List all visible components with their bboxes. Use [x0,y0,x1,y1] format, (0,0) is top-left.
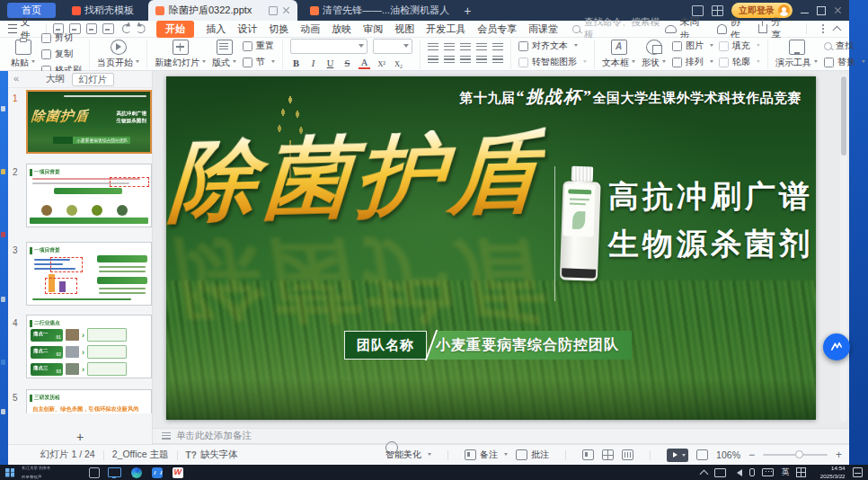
slide-thumbnail-3[interactable]: 一项目背景 [26,242,152,306]
bullet-list-icon[interactable] [428,43,438,52]
paste-button[interactable]: 粘贴 [11,40,35,69]
decrease-indent-icon[interactable] [460,43,471,52]
close-tab-icon[interactable] [282,6,290,14]
menu-tab-slideshow[interactable]: 放映 [332,22,351,36]
new-tab-button[interactable]: + [464,4,471,18]
slideshow-play-button[interactable] [667,449,688,462]
volume-icon[interactable] [733,469,742,476]
preview-icon[interactable] [102,23,114,34]
numbered-list-icon[interactable] [444,43,455,52]
microphone-icon[interactable] [749,468,755,476]
zoom-slider[interactable] [763,454,828,456]
theme-name[interactable]: 2_Office 主题 [112,449,169,461]
replace-button[interactable]: 替换 [824,56,865,68]
slide-thumbnail-5[interactable]: 三研发历程 自主创新、绿色杀菌，引领环保农业新风尚 159 217倍 1459倍 [26,389,152,413]
textbox-button[interactable]: 文本框 [602,40,635,69]
fill-button[interactable]: 填充 [719,40,760,52]
font-size-combo[interactable] [373,39,412,54]
menu-tab-transitions[interactable]: 切换 [269,22,288,36]
menu-tab-animation[interactable]: 动画 [300,22,320,36]
slide-thumbnail-2[interactable]: 一项目背景 [26,164,152,227]
play-current-button[interactable]: 当页开始 [97,40,139,69]
reading-view-icon[interactable] [622,449,633,460]
line-spacing-icon[interactable] [492,43,503,52]
wps-app-icon[interactable] [173,467,183,478]
underline-button[interactable]: U [324,58,336,68]
reset-button[interactable]: 重置 [243,40,275,52]
subscript-button[interactable]: X₂ [393,59,404,68]
slide-thumbnail-1[interactable]: 除菌护盾 高抗冲刷广谱生物源杀菌剂 小麦重要病害综合防控团队 [26,90,152,154]
layout-button[interactable]: 版式 [212,40,236,69]
minimize-button[interactable] [801,13,809,13]
copy-button[interactable]: 复制 [41,48,82,60]
menu-tab-home[interactable]: 开始 [156,21,194,38]
blue-app-icon[interactable] [152,467,163,478]
distribute-icon[interactable] [492,56,503,65]
slide-editor[interactable]: 除菌护盾 第十九届“挑战杯”全国大学生课外学术科技作品竞赛 除菌护盾 [166,76,816,420]
presentation-tools-button[interactable]: 演示工具 [775,40,818,69]
product-bottle-image[interactable] [558,165,604,284]
task-view-button[interactable] [89,467,100,478]
font-color-button[interactable]: A [359,58,370,69]
hidden-icons-chevron[interactable] [700,469,709,478]
increase-indent-icon[interactable] [476,43,487,52]
smart-beautify-button[interactable]: 智能美化 [385,449,431,461]
menu-tab-review[interactable]: 审阅 [363,22,383,36]
print-icon[interactable] [86,23,98,34]
vertical-scrollbar[interactable] [840,75,847,422]
slide-sorter-view-icon[interactable] [602,449,614,460]
notes-bar[interactable]: 单击此处添加备注 [153,428,849,444]
ime-language-indicator[interactable]: 英 [781,467,789,478]
section-button[interactable]: 节 [243,56,275,68]
menu-tab-design[interactable]: 设计 [237,22,257,36]
bold-button[interactable]: B [290,58,302,68]
cut-button[interactable]: 剪切 [41,31,82,44]
zoom-out-button[interactable]: − [748,449,755,461]
taskbar-clock[interactable]: 14:54 2025/3/22 [813,465,846,480]
close-window-button[interactable] [834,6,842,14]
slide-subtitle[interactable]: 高抗冲刷广谱 生物源杀菌剂 [608,173,813,268]
redo-icon[interactable] [137,24,146,33]
menu-tab-member[interactable]: 会员专享 [477,22,517,36]
tab-slides[interactable]: 幻灯片 [72,73,115,86]
justify-icon[interactable] [476,56,487,65]
team-banner[interactable]: 团队名称 小麦重要病害综合防控团队 [344,331,632,360]
apps-grid-icon[interactable] [712,5,723,16]
align-center-icon[interactable] [444,56,455,65]
assistant-button[interactable] [823,333,850,360]
slide-main-title[interactable]: 除菌护盾 [167,128,547,226]
pin-tab-icon[interactable] [269,6,278,15]
fit-to-window-icon[interactable] [696,449,708,460]
tab-document-other[interactable]: 清管先锋——...油检测机器人 [305,3,455,18]
zoom-percent[interactable]: 106% [716,449,740,460]
strikethrough-button[interactable]: S [341,58,353,68]
notification-center-icon[interactable] [853,467,863,477]
normal-view-icon[interactable] [582,449,594,460]
menu-tab-rainclassroom[interactable]: 雨课堂 [528,22,558,36]
start-button[interactable] [5,468,14,477]
slide-thumbnail-4[interactable]: 二行业痛点 痛点一01 › 痛点二02 › 痛点三03 › [26,315,152,378]
maximize-button[interactable] [817,6,826,15]
collapse-panel-button[interactable]: « [13,73,19,84]
align-left-icon[interactable] [428,56,438,65]
italic-button[interactable]: I [307,58,319,68]
align-right-icon[interactable] [460,56,471,65]
taskbar-search-widget[interactable]: 长江大学 刘冬冬 的早餐歌声 [22,464,81,480]
window-layout-icon[interactable] [692,5,704,16]
to-smartart-button[interactable]: 转智能图形 [518,56,587,68]
zoom-slider-knob[interactable] [795,450,803,458]
tab-outline[interactable]: 大纲 [46,73,65,85]
find-button[interactable]: 查找 [824,40,865,52]
align-text-button[interactable]: 对齐文本 [518,40,587,52]
missing-font-label[interactable]: 缺失字体 [200,449,238,461]
new-slide-button[interactable]: 新建幻灯片 [155,40,206,69]
outline-button[interactable]: 轮廓 [719,56,760,68]
tab-document-active[interactable]: 除菌护盾0322.pptx [148,0,297,21]
superscript-button[interactable]: X² [376,59,387,68]
more-menu-icon[interactable] [822,28,824,30]
comment-button[interactable]: 批注 [516,449,549,461]
arrange-button[interactable]: 排列 [672,56,713,68]
touch-keyboard-icon[interactable] [762,468,774,476]
notes-toggle-button[interactable]: 备注 [465,449,508,461]
edge-browser-icon[interactable] [131,467,142,478]
